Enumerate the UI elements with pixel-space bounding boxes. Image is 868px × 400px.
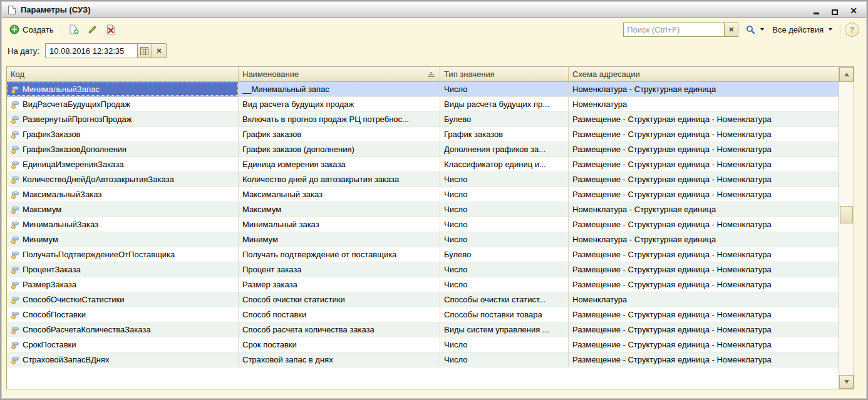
delete-button[interactable] <box>103 22 119 37</box>
cell-type[interactable]: Число <box>440 352 569 367</box>
table-row[interactable]: РазмерЗаказа Размер заказа Число Размеще… <box>7 277 839 292</box>
table-row[interactable]: ГрафикЗаказов График заказов График зака… <box>7 127 839 142</box>
cell-scheme[interactable]: Размещение - Структурная единица - Номен… <box>569 127 839 141</box>
cell-scheme[interactable]: Размещение - Структурная единица - Номен… <box>569 307 839 322</box>
vertical-scrollbar[interactable] <box>839 67 854 389</box>
cell-type[interactable]: Дополнения графиков за... <box>440 142 569 156</box>
cell-type[interactable]: Виды систем управления ... <box>440 322 569 337</box>
cell-scheme[interactable]: Размещение - Структурная единица - Номен… <box>569 322 839 337</box>
cell-code[interactable]: СпособПоставки <box>7 307 239 322</box>
cell-code[interactable]: ГрафикЗаказов <box>7 127 239 141</box>
cell-code[interactable]: КоличествоДнейДоАвтозакрытияЗаказа <box>7 172 239 187</box>
cell-code[interactable]: СтраховойЗапасВДнях <box>7 352 239 367</box>
cell-name[interactable]: Страховой запас в днях <box>239 352 440 367</box>
cell-type[interactable]: Число <box>440 337 569 352</box>
cell-scheme[interactable]: Размещение - Структурная единица - Номен… <box>569 352 839 367</box>
cell-name[interactable]: Получать подтверждение от поставщика <box>239 247 440 262</box>
cell-type[interactable]: Булево <box>440 112 569 126</box>
cell-code[interactable]: МинимальныйЗапас <box>7 82 239 96</box>
all-actions-button[interactable]: Все действия <box>769 22 835 37</box>
cell-scheme[interactable]: Размещение - Структурная единица - Номен… <box>569 337 839 352</box>
cell-code[interactable]: СпособРасчетаКоличестваЗаказа <box>7 322 239 337</box>
cell-scheme[interactable]: Размещение - Структурная единица - Номен… <box>569 112 839 126</box>
table-row[interactable]: ГрафикЗаказовДополнения График заказов (… <box>7 142 839 157</box>
table-row[interactable]: МинимальныйЗаказ Минимальный заказ Число… <box>7 217 839 232</box>
cell-name[interactable]: Максимум <box>239 202 440 217</box>
cell-name[interactable]: График заказов <box>239 127 440 141</box>
cell-code[interactable]: Минимум <box>7 232 239 247</box>
table-row[interactable]: СпособОчисткиСтатистики Способ очистки с… <box>7 292 839 307</box>
edit-button[interactable] <box>85 22 101 37</box>
column-header-code[interactable]: Код <box>7 67 239 81</box>
column-header-name[interactable]: Наименование <box>239 67 440 81</box>
search-input[interactable] <box>623 23 725 37</box>
cell-type[interactable]: Число <box>440 187 569 202</box>
search-menu-button[interactable] <box>743 22 767 37</box>
cell-scheme[interactable]: Номенклатура <box>569 97 839 111</box>
cell-scheme[interactable]: Размещение - Структурная единица - Номен… <box>569 277 839 292</box>
cell-name[interactable]: Минимальный заказ <box>239 217 440 232</box>
cell-name[interactable]: Способ поставки <box>239 307 440 322</box>
cell-scheme[interactable]: Номенклатура - Структурная единица <box>569 82 839 96</box>
cell-code[interactable]: СрокПоставки <box>7 337 239 352</box>
cell-name[interactable]: Процент заказа <box>239 262 440 277</box>
cell-type[interactable]: Способы очистки статист... <box>440 292 569 307</box>
table-row[interactable]: ПроцентЗаказа Процент заказа Число Разме… <box>7 262 839 277</box>
cell-scheme[interactable]: Номенклатура <box>569 292 839 307</box>
scroll-up-button[interactable] <box>839 67 854 82</box>
cell-name[interactable]: Размер заказа <box>239 277 440 292</box>
cell-name[interactable]: Минимум <box>239 232 440 247</box>
cell-name[interactable]: Способ расчета количества заказа <box>239 322 440 337</box>
copy-button[interactable] <box>66 22 83 37</box>
cell-code[interactable]: МаксимальныйЗаказ <box>7 187 239 202</box>
table-row[interactable]: МинимальныйЗапас __Минимальный запас Чис… <box>7 82 839 97</box>
cell-type[interactable]: Число <box>440 82 569 96</box>
cell-scheme[interactable]: Размещение - Структурная единица - Номен… <box>569 172 839 187</box>
cell-code[interactable]: ПроцентЗаказа <box>7 262 239 277</box>
cell-type[interactable]: Классификатор единиц и... <box>440 157 569 172</box>
cell-name[interactable]: График заказов (дополнения) <box>239 142 440 156</box>
cell-scheme[interactable]: Номенклатура - Структурная единица <box>569 202 839 217</box>
cell-scheme[interactable]: Размещение - Структурная единица - Номен… <box>569 187 839 202</box>
column-header-scheme[interactable]: Схема адресации <box>569 67 839 81</box>
table-row[interactable]: СпособРасчетаКоличестваЗаказа Способ рас… <box>7 322 839 337</box>
scroll-down-button[interactable] <box>839 375 854 389</box>
cell-code[interactable]: РазвернутыйПрогнозПродаж <box>7 112 239 126</box>
scrollbar-thumb[interactable] <box>840 206 853 223</box>
cell-name[interactable]: Максимальный заказ <box>239 187 440 202</box>
cell-code[interactable]: ВидРасчетаБудущихПродаж <box>7 97 239 111</box>
minimize-button[interactable] <box>812 5 820 15</box>
cell-type[interactable]: Виды расчета будущих пр... <box>440 97 569 111</box>
cell-type[interactable]: Число <box>440 217 569 232</box>
help-button[interactable]: ? <box>845 23 859 37</box>
cell-name[interactable]: __Минимальный запас <box>239 82 440 96</box>
search-clear-button[interactable]: ✕ <box>725 23 738 37</box>
cell-scheme[interactable]: Номенклатура - Структурная единица <box>569 232 839 247</box>
cell-type[interactable]: Булево <box>440 247 569 262</box>
cell-code[interactable]: ЕдиницаИзмеренияЗаказа <box>7 157 239 172</box>
cell-name[interactable]: Способ очистки статистики <box>239 292 440 307</box>
cell-name[interactable]: Вид расчета будущих продаж <box>239 97 440 111</box>
cell-code[interactable]: МинимальныйЗаказ <box>7 217 239 232</box>
maximize-button[interactable] <box>830 5 839 15</box>
table-row[interactable]: СтраховойЗапасВДнях Страховой запас в дн… <box>7 352 839 367</box>
table-row[interactable]: МаксимальныйЗаказ Максимальный заказ Чис… <box>7 187 839 202</box>
cell-name[interactable]: Срок поставки <box>239 337 440 352</box>
cell-type[interactable]: Способы поставки товара <box>440 307 569 322</box>
cell-type[interactable]: График заказов <box>440 127 569 141</box>
cell-type[interactable]: Число <box>440 262 569 277</box>
cell-name[interactable]: Количество дней до автозакрытия заказа <box>239 172 440 187</box>
table-row[interactable]: СпособПоставки Способ поставки Способы п… <box>7 307 839 322</box>
cell-name[interactable]: Единица измерения заказа <box>239 157 440 172</box>
cell-code[interactable]: Максимум <box>7 202 239 217</box>
cell-code[interactable]: ГрафикЗаказовДополнения <box>7 142 239 156</box>
cell-scheme[interactable]: Размещение - Структурная единица - Номен… <box>569 217 839 232</box>
date-input[interactable] <box>45 43 138 58</box>
table-row[interactable]: ПолучатьПодтверждениеОтПоставщика Получа… <box>7 247 839 262</box>
table-row[interactable]: СрокПоставки Срок поставки Число Размеще… <box>7 337 839 352</box>
cell-code[interactable]: СпособОчисткиСтатистики <box>7 292 239 307</box>
create-button[interactable]: Создать <box>6 22 56 37</box>
table-row[interactable]: Максимум Максимум Число Номенклатура - С… <box>7 202 839 217</box>
cell-code[interactable]: РазмерЗаказа <box>7 277 239 292</box>
close-button[interactable]: ✕ <box>849 5 858 15</box>
